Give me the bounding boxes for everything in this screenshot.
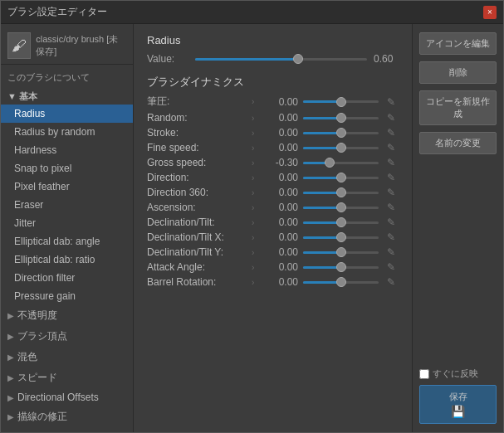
dyn-value-10: 0.00 xyxy=(267,246,298,258)
dyn-reset-icon-5[interactable]: ✎ xyxy=(384,172,399,183)
sidebar-item-eraser[interactable]: Eraser xyxy=(1,196,133,214)
dyn-slider-11[interactable] xyxy=(303,261,379,273)
dyn-track-12 xyxy=(303,281,379,284)
sidebar-group-stroke-correction[interactable]: ▶描線の修正 xyxy=(1,406,133,427)
radius-thumb[interactable] xyxy=(293,54,303,64)
dyn-value-8: 0.00 xyxy=(267,216,298,228)
dyn-reset-icon-1[interactable]: ✎ xyxy=(384,112,399,124)
dyn-reset-icon-4[interactable]: ✎ xyxy=(384,157,399,168)
save-button[interactable]: 保存 💾 xyxy=(419,385,497,424)
dyn-arrow-5[interactable]: › xyxy=(252,173,262,182)
about-brush-link[interactable]: このブラシについて xyxy=(1,68,133,87)
sidebar-group-opacity[interactable]: ▶不透明度 xyxy=(1,305,133,326)
main-window: ブラシ設定エディター × 🖌 classic/dry brush [未保存] こ… xyxy=(0,0,504,433)
dyn-thumb-4[interactable] xyxy=(325,158,335,168)
delete-button[interactable]: 削除 xyxy=(419,61,497,84)
bottom-right-area: すぐに反映 保存 💾 xyxy=(419,367,497,424)
dyn-track-6 xyxy=(303,192,379,194)
sidebar-group-speed[interactable]: ▶スピード xyxy=(1,367,133,388)
dyn-arrow-4[interactable]: › xyxy=(252,158,262,168)
dyn-thumb-11[interactable] xyxy=(336,262,346,272)
dyn-value-2: 0.00 xyxy=(267,127,298,139)
main-panel: Radius Value: 0.60 ブラシダイナミクス 筆圧:›0.00✎Ra… xyxy=(134,24,412,432)
dyn-thumb-5[interactable] xyxy=(336,173,346,182)
dyn-reset-icon-6[interactable]: ✎ xyxy=(384,187,399,198)
rename-button[interactable]: 名前の変更 xyxy=(419,132,497,154)
dyn-track-4 xyxy=(303,162,379,164)
edit-icon-button[interactable]: アイコンを編集 xyxy=(419,32,497,55)
dyn-slider-8[interactable] xyxy=(303,216,379,228)
dyn-reset-icon-7[interactable]: ✎ xyxy=(384,202,399,213)
sidebar-item-elliptical-dab-ratio[interactable]: Elliptical dab: ratio xyxy=(1,251,133,269)
dyn-arrow-6[interactable]: › xyxy=(252,188,262,197)
close-button[interactable]: × xyxy=(483,6,497,19)
dyn-reset-icon-12[interactable]: ✎ xyxy=(384,276,399,288)
sidebar-item-hardness[interactable]: Hardness xyxy=(1,141,133,159)
basic-section-label: ▼ 基本 xyxy=(1,87,133,105)
dyn-thumb-1[interactable] xyxy=(336,113,346,123)
dyn-reset-icon-10[interactable]: ✎ xyxy=(384,246,399,258)
dyn-slider-6[interactable] xyxy=(303,187,379,198)
sidebar-item-pressure-gain[interactable]: Pressure gain xyxy=(1,287,133,305)
dyn-reset-icon-3[interactable]: ✎ xyxy=(384,142,399,153)
sidebar-item-snap-to-pixel[interactable]: Snap to pixel xyxy=(1,159,133,178)
sidebar-group-directional-offsets[interactable]: ▶Directional Offsets xyxy=(1,388,133,406)
dyn-thumb-6[interactable] xyxy=(336,187,346,197)
dyn-reset-icon-2[interactable]: ✎ xyxy=(384,127,399,139)
dyn-slider-5[interactable] xyxy=(303,172,379,183)
dyn-arrow-1[interactable]: › xyxy=(252,114,262,123)
sidebar-item-radius-by-random[interactable]: Radius by random xyxy=(1,123,133,141)
dyn-arrow-2[interactable]: › xyxy=(252,129,262,138)
copy-new-button[interactable]: コピーを新規作成 xyxy=(419,90,497,125)
dyn-slider-4[interactable] xyxy=(303,157,379,168)
dyn-arrow-9[interactable]: › xyxy=(252,233,262,242)
dyn-reset-icon-8[interactable]: ✎ xyxy=(384,216,399,228)
dyn-thumb-3[interactable] xyxy=(336,143,346,153)
dyn-slider-7[interactable] xyxy=(303,202,379,213)
radius-slider[interactable] xyxy=(195,53,367,65)
dyn-arrow-8[interactable]: › xyxy=(252,218,262,227)
dynamics-row-12: Barrel Rotation:›0.00✎ xyxy=(147,276,399,288)
sidebar-group-color-mix[interactable]: ▶混色 xyxy=(1,347,133,367)
sidebar-item-elliptical-dab-angle[interactable]: Elliptical dab: angle xyxy=(1,232,133,251)
dyn-slider-12[interactable] xyxy=(303,276,379,288)
dynamics-row-8: Declination/Tilt:›0.00✎ xyxy=(147,216,399,228)
dyn-arrow-11[interactable]: › xyxy=(252,263,262,272)
sidebar-item-direction-filter[interactable]: Direction filter xyxy=(1,269,133,287)
dyn-slider-3[interactable] xyxy=(303,142,379,153)
sidebar-item-radius[interactable]: Radius xyxy=(1,105,133,123)
radius-value-display: 0.60 xyxy=(374,53,399,65)
dyn-thumb-10[interactable] xyxy=(336,247,346,257)
dyn-reset-icon-0[interactable]: ✎ xyxy=(384,96,399,108)
dyn-thumb-2[interactable] xyxy=(336,128,346,138)
dyn-track-7 xyxy=(303,207,379,209)
dyn-arrow-3[interactable]: › xyxy=(252,144,262,153)
reflect-label: すぐに反映 xyxy=(433,367,478,380)
dyn-value-4: -0.30 xyxy=(267,157,298,168)
sidebar-item-jitter[interactable]: Jitter xyxy=(1,214,133,232)
sidebar-group-brush-tip[interactable]: ▶ブラシ頂点 xyxy=(1,326,133,347)
radius-value-row: Value: 0.60 xyxy=(147,53,399,65)
dyn-thumb-9[interactable] xyxy=(336,232,346,242)
sidebar-group-stroke[interactable]: ▶ストローク xyxy=(1,427,133,432)
dyn-thumb-12[interactable] xyxy=(336,277,346,287)
dyn-reset-icon-9[interactable]: ✎ xyxy=(384,231,399,243)
dyn-slider-0[interactable] xyxy=(303,96,379,108)
dyn-thumb-0[interactable] xyxy=(336,97,346,107)
dyn-slider-10[interactable] xyxy=(303,246,379,258)
titlebar: ブラシ設定エディター × xyxy=(1,1,503,24)
reflect-checkbox[interactable] xyxy=(419,369,429,379)
dyn-arrow-10[interactable]: › xyxy=(252,248,262,257)
sidebar-item-pixel-feather[interactable]: Pixel feather xyxy=(1,178,133,196)
dyn-slider-2[interactable] xyxy=(303,127,379,139)
dyn-slider-1[interactable] xyxy=(303,112,379,124)
dyn-thumb-7[interactable] xyxy=(336,202,346,212)
save-label: 保存 xyxy=(449,391,467,403)
dyn-value-1: 0.00 xyxy=(267,112,298,124)
dyn-thumb-8[interactable] xyxy=(336,217,346,227)
dyn-reset-icon-11[interactable]: ✎ xyxy=(384,261,399,273)
dyn-arrow-7[interactable]: › xyxy=(252,203,262,212)
dyn-arrow-12[interactable]: › xyxy=(252,278,262,287)
dyn-slider-9[interactable] xyxy=(303,231,379,243)
dyn-arrow-0[interactable]: › xyxy=(252,97,262,106)
